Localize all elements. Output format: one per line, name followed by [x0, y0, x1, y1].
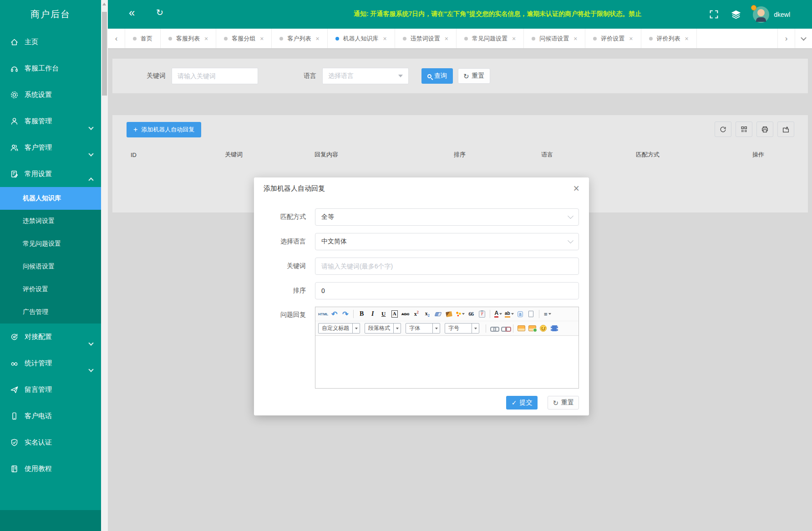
- table-refresh-button[interactable]: [715, 121, 731, 137]
- tab-label: 客户列表: [287, 35, 311, 43]
- editor-subscript-icon[interactable]: x2: [422, 309, 432, 319]
- table-print-button[interactable]: [756, 121, 773, 137]
- tab-问候语设置[interactable]: 问候语设置×: [524, 29, 585, 48]
- editor-fontborder-icon[interactable]: A: [390, 309, 399, 319]
- tab-首页[interactable]: 首页: [125, 29, 161, 48]
- sidebar-item-使用教程[interactable]: 使用教程: [0, 455, 101, 482]
- tab-close-icon[interactable]: ×: [204, 35, 208, 42]
- sidebar-item-实名认证[interactable]: 实名认证: [0, 429, 101, 455]
- modal-keyword-input[interactable]: [315, 258, 579, 275]
- tabs-scroll-right-icon[interactable]: ›: [777, 29, 795, 48]
- search-button[interactable]: 查询: [421, 68, 453, 84]
- tab-close-icon[interactable]: ×: [512, 35, 516, 42]
- tab-close-icon[interactable]: ×: [573, 35, 577, 42]
- editor-italic-icon[interactable]: I: [368, 309, 377, 319]
- notification-bell-icon: [751, 5, 756, 10]
- gear-icon: [10, 91, 19, 99]
- tab-close-icon[interactable]: ×: [315, 35, 319, 42]
- tab-评价设置[interactable]: 评价设置×: [585, 29, 641, 48]
- editor-html-icon[interactable]: HTML: [318, 309, 328, 319]
- close-icon[interactable]: ×: [573, 183, 579, 194]
- editor-redo-icon[interactable]: ↷: [340, 309, 350, 319]
- column-header-回复内容: 回复内容: [315, 151, 454, 159]
- sidebar-item-常用设置[interactable]: 常用设置: [0, 161, 101, 187]
- submenu-item-问候语设置[interactable]: 问候语设置: [0, 255, 101, 278]
- editor-strikethrough-icon[interactable]: ABC: [401, 309, 410, 319]
- editor-select-字体[interactable]: 字体: [406, 323, 440, 334]
- tab-close-icon[interactable]: ×: [685, 35, 689, 42]
- editor-undo-icon[interactable]: ↶: [330, 309, 339, 319]
- sidebar-item-对接配置[interactable]: 对接配置: [0, 324, 101, 350]
- editor-autolink-icon[interactable]: a: [515, 309, 525, 319]
- tab-常见问题设置[interactable]: 常见问题设置×: [457, 29, 524, 48]
- tab-评价列表[interactable]: 评价列表×: [641, 29, 697, 48]
- submenu-item-常见问题设置[interactable]: 常见问题设置: [0, 233, 101, 255]
- editor-formatbrush-icon[interactable]: [444, 309, 454, 319]
- editor-eraser-icon[interactable]: [433, 309, 443, 319]
- submenu-item-广告管理[interactable]: 广告管理: [0, 301, 101, 324]
- editor-link-icon[interactable]: [489, 324, 499, 333]
- filter-reset-button[interactable]: ↻ 重置: [458, 68, 490, 84]
- editor-select-字号[interactable]: 字号: [445, 323, 479, 334]
- tab-close-icon[interactable]: ×: [260, 35, 264, 42]
- tabs-scroll-left-icon[interactable]: ‹: [108, 29, 125, 48]
- tabs-menu-icon[interactable]: [795, 29, 812, 48]
- editor-images-icon[interactable]: [528, 324, 537, 333]
- editor-bold-icon[interactable]: B: [357, 309, 366, 319]
- editor-superscript-icon[interactable]: x2: [411, 309, 421, 319]
- editor-forecolor-icon[interactable]: A: [493, 309, 503, 319]
- table-export-button[interactable]: [777, 121, 794, 137]
- editor-newdoc-icon[interactable]: [526, 309, 536, 319]
- vertical-scrollbar[interactable]: [101, 0, 108, 531]
- layers-icon[interactable]: [731, 10, 741, 20]
- tab-客服列表[interactable]: 客服列表×: [161, 29, 216, 48]
- refresh-icon[interactable]: ↻: [156, 8, 163, 17]
- sidebar-item-客服工作台[interactable]: 客服工作台: [0, 55, 101, 81]
- tab-close-icon[interactable]: ×: [629, 35, 633, 42]
- tab-close-icon[interactable]: ×: [383, 35, 387, 42]
- language-select[interactable]: 选择语言: [322, 68, 409, 84]
- table-columns-button[interactable]: [736, 121, 752, 137]
- sidebar-item-客户电话[interactable]: 客户电话: [0, 403, 101, 429]
- sidebar-collapse-icon[interactable]: «: [129, 7, 135, 18]
- user-menu[interactable]: dkewl: [753, 6, 790, 23]
- tab-客户列表[interactable]: 客户列表×: [272, 29, 327, 48]
- submit-button[interactable]: ✓ 提交: [506, 396, 538, 410]
- sidebar-item-客户管理[interactable]: 客户管理: [0, 134, 101, 161]
- editor-lineheight-icon[interactable]: ≡: [543, 309, 552, 319]
- sidebar-submenu: 机器人知识库违禁词设置常见问题设置问候语设置评价设置广告管理: [0, 187, 101, 324]
- tab-客服分组[interactable]: 客服分组×: [216, 29, 272, 48]
- editor-select-段落格式[interactable]: 段落格式: [365, 323, 401, 334]
- scrollbar-up-arrow-icon[interactable]: [102, 3, 106, 5]
- editor-blockquote-icon[interactable]: 66: [466, 309, 476, 319]
- editor-video-icon[interactable]: [549, 324, 559, 333]
- sidebar-item-主页[interactable]: 主页: [0, 29, 101, 55]
- submenu-item-机器人知识库[interactable]: 机器人知识库: [0, 187, 101, 210]
- fullscreen-icon[interactable]: [709, 10, 719, 20]
- tab-机器人知识库[interactable]: 机器人知识库×: [328, 29, 395, 48]
- tab-违禁词设置[interactable]: 违禁词设置×: [395, 29, 457, 48]
- editor-backcolor-icon[interactable]: ab: [504, 309, 514, 319]
- submenu-item-违禁词设置[interactable]: 违禁词设置: [0, 210, 101, 233]
- editor-emoji-icon[interactable]: [538, 324, 548, 333]
- sort-input[interactable]: [315, 282, 579, 299]
- add-auto-reply-button[interactable]: + 添加机器人自动回复: [127, 122, 201, 137]
- sidebar-item-统计管理[interactable]: 统计管理: [0, 350, 101, 376]
- match-mode-select[interactable]: 全等: [315, 208, 579, 226]
- modal-reset-button[interactable]: ↻ 重置: [548, 396, 579, 410]
- submenu-item-评价设置[interactable]: 评价设置: [0, 278, 101, 301]
- editor-unlink-icon[interactable]: [500, 324, 510, 333]
- editor-underline-icon[interactable]: U: [379, 309, 388, 319]
- editor-pastetext-icon[interactable]: T: [477, 309, 487, 319]
- editor-select-自定义标题[interactable]: 自定义标题: [318, 323, 360, 334]
- editor-content-area[interactable]: [315, 336, 579, 388]
- sidebar-item-留言管理[interactable]: 留言管理: [0, 376, 101, 403]
- editor-image-icon[interactable]: [517, 324, 526, 333]
- editor-autotypeset-icon[interactable]: [455, 309, 465, 319]
- scrollbar-thumb[interactable]: [102, 12, 107, 96]
- tab-close-icon[interactable]: ×: [445, 35, 448, 42]
- sidebar-item-客服管理[interactable]: 客服管理: [0, 108, 101, 134]
- modal-language-select[interactable]: 中文简体: [315, 233, 579, 250]
- sidebar-item-系统设置[interactable]: 系统设置: [0, 81, 101, 108]
- keyword-search-input[interactable]: [172, 68, 258, 84]
